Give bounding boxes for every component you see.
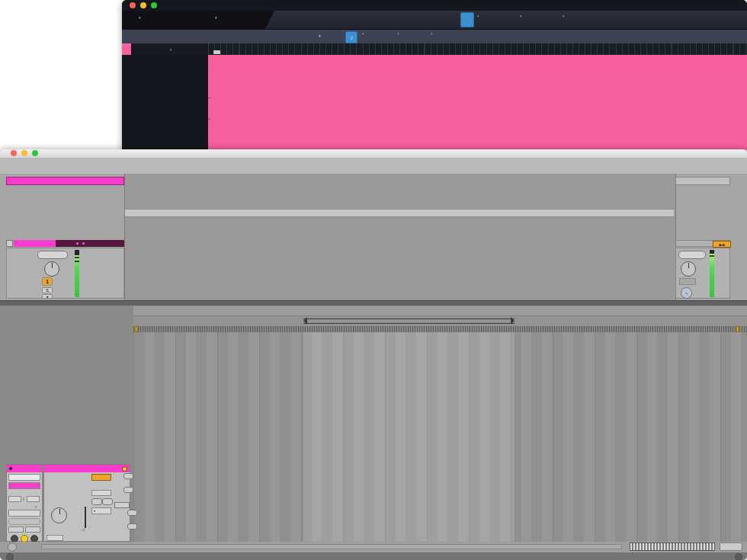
chevron-down-icon: ▾ [477,14,479,18]
track-color-swatch [122,43,131,55]
studio-one-inspector [122,55,208,150]
studio-one-waveform [208,55,747,150]
minimize-button[interactable] [21,150,27,156]
progress-dot [82,242,85,245]
loop-marker-end[interactable] [736,326,739,332]
signature-slash: / [23,497,24,501]
track-stop-row [6,240,124,247]
warp-mode-chooser[interactable]: ▾ [91,507,111,514]
warp-button[interactable] [91,474,111,481]
halve-bpm-button[interactable] [91,498,102,505]
timebase-field-2[interactable]: ▾ [397,30,399,44]
track-level-meter [75,250,79,297]
clip-activator-icon[interactable] [9,467,12,470]
nudge-forward-button[interactable] [25,526,40,533]
transpose-knob[interactable] [51,507,67,523]
timeline-ruler[interactable] [208,43,747,55]
track-arm-button[interactable]: ● [42,294,53,299]
close-button[interactable] [130,2,136,8]
ableton-transport [0,158,747,174]
studio-one-toolbar-edit: ▾ ♪ ▾ ▾ ▾ [122,30,747,44]
drop-zone[interactable] [125,209,674,217]
sample-volume-slider[interactable] [85,507,86,528]
progress-dot [76,242,79,245]
track-activator-button[interactable]: 1 [42,277,53,286]
studio-one-window: ▾ ▾ ▾ ▾ ▾ [122,0,747,150]
horizontal-zoom-slider[interactable] [630,542,715,551]
window-split-divider[interactable] [0,300,747,306]
status-bar [0,542,747,552]
groove-chooser[interactable] [8,510,40,517]
chevron-down-icon: ▾ [215,15,217,20]
info-groove-bar [41,544,622,549]
loop-marker-start[interactable] [135,326,137,332]
studio-one-toolbar-top: ▾ ▾ ▾ ▾ ▾ [122,11,747,30]
menu-parameter[interactable]: ▾ [139,14,141,20]
speaker-icon: ◁ [82,527,85,532]
action-menu[interactable]: ▾ [319,33,321,38]
window-bottom-edge [0,552,747,560]
clip-stop-button[interactable] [6,240,13,247]
signature-denominator-field[interactable] [27,496,40,502]
master-solo-button[interactable] [679,278,696,285]
desktop: ▾ ▾ ▾ ▾ ▾ [0,0,747,560]
master-pan-knob[interactable] [681,261,696,277]
beat-time-ruler[interactable] [133,306,747,316]
meter-segment [75,257,79,258]
clip-name-field[interactable] [8,474,40,481]
master-level-meter [710,250,714,297]
quantize-field[interactable]: ▾ [477,12,479,27]
arrangement-waveform-area[interactable] [208,55,747,150]
clip-progress-bar [14,240,124,247]
track-selector[interactable]: ▾ [131,43,208,55]
master-gain-display[interactable] [678,251,706,259]
position-set-button[interactable] [127,510,137,516]
commit-button[interactable] [8,518,40,525]
corner-button[interactable] [735,553,742,560]
track-header[interactable] [6,177,124,185]
track-pan-knob[interactable] [44,261,59,277]
detail-toggle-button[interactable] [8,542,17,552]
master-track-header[interactable] [675,177,730,185]
input-quantize-button[interactable] [460,12,474,27]
clip-panel-header[interactable] [7,465,42,472]
note-quantize-button[interactable]: ♪ [345,31,357,43]
corner-button[interactable] [6,553,14,560]
seg-bpm-field[interactable] [91,490,111,496]
db-tick [208,98,211,98]
clip-color-chooser[interactable] [8,482,40,489]
track-gain-display[interactable] [37,251,68,259]
db-tick [208,119,211,120]
saves-button[interactable] [720,542,742,551]
timebase-field[interactable]: ▾ [520,12,522,27]
zoom-button[interactable] [151,2,157,8]
snap-field[interactable]: ▾ [563,12,565,27]
detune-field[interactable] [46,535,63,541]
end-set-button[interactable] [123,487,133,493]
loop-button[interactable] [114,502,130,508]
track-solo-button[interactable]: S [42,287,53,293]
sample-panel-header[interactable] [44,465,130,472]
clip-stereo-waveform[interactable] [133,334,747,540]
signature-numerator-field[interactable] [8,496,21,502]
snap-field-2[interactable]: ▾ [431,30,433,44]
menu-control[interactable]: ▾ [215,14,217,20]
chevron-down-icon: ▾ [431,31,433,36]
quantize-field-2[interactable]: ▾ [362,30,364,44]
cue-preview-button[interactable]: ∿ [681,287,692,299]
close-button[interactable] [11,150,17,156]
nudge-back-button[interactable] [8,526,24,533]
loop-brace[interactable] [303,317,515,325]
length-set-button[interactable] [127,523,137,530]
zoom-button[interactable] [32,150,38,156]
double-bpm-button[interactable] [102,498,113,505]
studio-one-trackstrip: ▾ [122,43,747,55]
meter-segment [75,261,79,262]
start-set-button[interactable] [123,473,133,479]
stop-all-clips-button[interactable]: ▶■ [713,241,731,248]
minimize-button[interactable] [140,2,146,8]
hot-swap-icon[interactable] [122,466,127,472]
chevron-down-icon: ▾ [520,14,522,18]
time-signature-marker[interactable] [213,50,220,54]
scrub-strip[interactable] [133,326,747,332]
